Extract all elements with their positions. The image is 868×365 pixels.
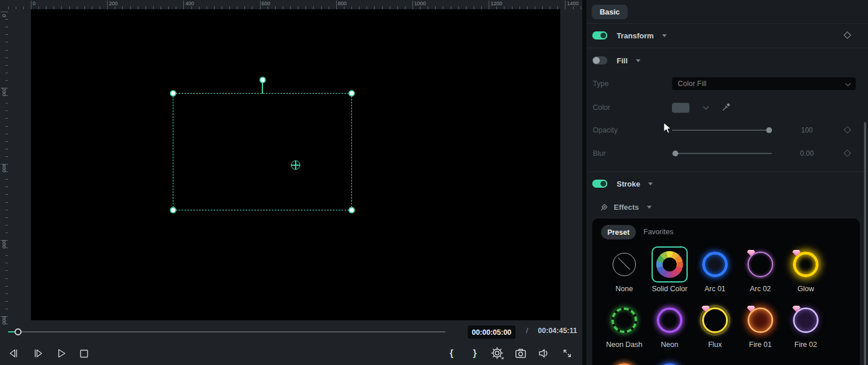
pen-nib-icon (600, 202, 609, 212)
preset-arc-02[interactable] (742, 246, 778, 282)
preset-arc-01[interactable] (697, 246, 733, 282)
effects-label: Effects (614, 203, 639, 212)
rotation-handle[interactable] (259, 77, 266, 83)
stop-button[interactable] (77, 346, 91, 360)
mark-out-button[interactable]: } (467, 346, 482, 361)
resize-handle-top-right[interactable] (348, 90, 355, 96)
preset-partial-blue[interactable] (652, 358, 688, 365)
preset-glow[interactable] (788, 246, 824, 282)
seekbar-track[interactable] (8, 331, 446, 332)
seekbar-handle[interactable] (15, 328, 22, 335)
color-swatch[interactable] (672, 103, 689, 113)
preset-flux[interactable] (697, 302, 733, 338)
preset-label: None (616, 285, 633, 294)
volume-button[interactable] (536, 346, 552, 361)
next-frame-button[interactable] (31, 346, 45, 360)
preset-cell-flux: Flux (692, 302, 738, 358)
transform-keyframe-icon[interactable] (844, 31, 851, 39)
preset-label: Neon (661, 341, 678, 350)
separator (586, 48, 868, 48)
preset-label: Fire 02 (795, 341, 817, 350)
preset-cell-none: None (602, 246, 647, 302)
effects-expand-caret-icon[interactable] (647, 206, 652, 209)
fill-toggle[interactable] (592, 56, 607, 65)
opacity-slider-handle[interactable] (766, 127, 772, 133)
preset-none[interactable] (606, 246, 642, 282)
gear-icon (490, 346, 504, 360)
toggle-knob (600, 180, 607, 187)
preset-fire-01[interactable] (742, 302, 778, 338)
fill-color-row: Color (586, 101, 868, 114)
tab-favorites[interactable]: Favorites (643, 228, 673, 236)
preset-label: Glow (798, 285, 814, 294)
camera-icon (514, 346, 528, 360)
timecode-separator: / (522, 327, 532, 335)
preset-cell-neon-dash: Neon Dash (602, 302, 647, 358)
opacity-slider-track[interactable] (672, 130, 772, 131)
separator (586, 171, 868, 172)
expand-icon (561, 347, 574, 360)
previous-frame-icon (8, 347, 20, 360)
panel-scrollbar-thumb[interactable] (864, 122, 866, 365)
anchor-point-icon[interactable] (291, 160, 300, 170)
preset-solid-color[interactable] (652, 246, 688, 282)
play-button[interactable] (54, 346, 68, 360)
next-frame-icon (31, 347, 44, 360)
timecode-current: 00:00:05:00 (468, 325, 515, 339)
opacity-label: Opacity (593, 126, 617, 134)
ruler-horizontal: 0200400600800100012001400 (0, 0, 582, 9)
mouse-cursor (663, 122, 676, 135)
playback-settings-button[interactable] (490, 346, 505, 361)
toggle-knob (593, 57, 600, 64)
tab-preset-label: Preset (607, 228, 629, 237)
separator (586, 23, 868, 24)
eyedropper-icon[interactable] (721, 102, 731, 112)
mark-in-button[interactable]: { (444, 346, 459, 361)
panel-divider (582, 0, 586, 365)
type-label: Type (593, 80, 609, 88)
preset-label: Arc 02 (750, 285, 771, 294)
preset-cell-fire-02: Fire 02 (783, 302, 828, 358)
opacity-keyframe-icon[interactable] (844, 126, 851, 134)
tab-favorites-label: Favorites (643, 228, 673, 236)
preset-partial-orange[interactable] (606, 358, 642, 365)
color-chevron-down-icon[interactable] (703, 104, 709, 110)
transform-expand-caret-icon[interactable] (662, 34, 667, 37)
fill-expand-caret-icon[interactable] (636, 59, 641, 62)
fullscreen-button[interactable] (560, 346, 575, 361)
preset-neon[interactable] (652, 302, 688, 338)
resize-handle-bottom-right[interactable] (348, 207, 355, 213)
blur-keyframe-icon[interactable] (844, 149, 851, 157)
properties-panel: Basic Transform Fill Type Color Fill Col… (586, 0, 868, 365)
preset-label: Solid Color (652, 285, 687, 294)
selection-rectangle[interactable] (173, 93, 352, 210)
preset-label: Neon Dash (606, 341, 643, 350)
preset-label: Flux (708, 341, 722, 350)
tab-basic[interactable]: Basic (592, 5, 628, 19)
previous-frame-button[interactable] (7, 346, 21, 360)
preset-thumbnail-arc-01 (702, 252, 728, 277)
resize-handle-top-left[interactable] (170, 90, 176, 96)
fill-type-dropdown[interactable]: Color Fill (672, 77, 856, 90)
stroke-toggle[interactable] (592, 180, 607, 188)
preset-thumbnail-none (613, 253, 636, 276)
fill-blur-row: Blur 0.00 (586, 146, 868, 160)
snapshot-button[interactable] (513, 346, 528, 361)
transform-toggle[interactable] (592, 31, 607, 40)
open-bracket-icon: { (450, 348, 453, 359)
preset-thumbnail-neon-dash (611, 307, 637, 333)
preset-fire-02[interactable] (788, 302, 824, 338)
preset-thumbnail-neon (657, 307, 682, 333)
blur-label: Blur (593, 149, 606, 158)
preset-cell-arc-02: Arc 02 (738, 246, 783, 302)
blur-slider-track[interactable] (672, 153, 772, 154)
resize-handle-bottom-left[interactable] (170, 207, 176, 213)
timecode-total: 00:04:45:11 (535, 327, 577, 335)
tab-preset[interactable]: Preset (601, 225, 636, 239)
preset-neon-dash[interactable] (606, 302, 642, 338)
stroke-expand-caret-icon[interactable] (648, 182, 653, 185)
effects-row: Effects (586, 200, 868, 214)
stroke-presets-panel: Preset Favorites NoneSolid ColorArc 01Ar… (592, 219, 860, 365)
blur-slider-handle[interactable] (673, 151, 678, 156)
close-bracket-icon: } (473, 348, 476, 359)
